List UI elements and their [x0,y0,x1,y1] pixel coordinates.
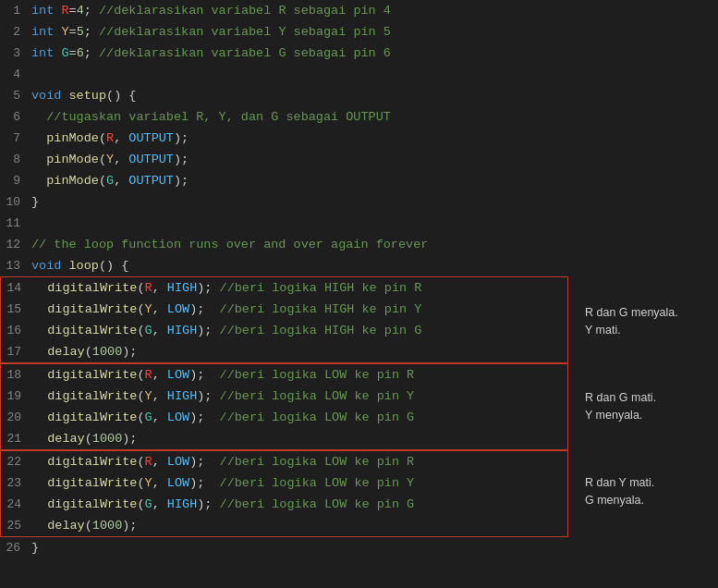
code-line: 1int R=4; //deklarasikan variabel R seba… [0,0,570,21]
line-number: 6 [0,106,28,128]
line-code: pinMode(R, OUTPUT); [28,128,570,149]
code-line: 25 delay(1000); [1,515,567,536]
line-number: 2 [0,21,28,43]
code-line: 11 [0,213,570,234]
line-code: digitalWrite(Y, HIGH); //beri logika LOW… [29,386,567,407]
line-code: void loop() { [28,255,570,276]
code-line: 17 delay(1000); [1,341,567,362]
line-number: 5 [0,85,28,106]
code-line: 22 digitalWrite(R, LOW); //beri logika L… [1,451,567,472]
line-code: digitalWrite(G, LOW); //beri logika LOW … [29,407,567,428]
line-code: pinMode(G, OUTPUT); [28,170,570,191]
code-editor: 1int R=4; //deklarasikan variabel R seba… [0,0,570,588]
line-number: 15 [1,299,29,320]
code-line: 15 digitalWrite(Y, LOW); //beri logika H… [1,299,567,320]
code-line: 5void setup() { [0,85,570,106]
line-code: digitalWrite(R, LOW); //beri logika LOW … [29,364,567,386]
line-number: 11 [0,213,28,234]
line-number: 19 [1,386,29,407]
line-code: } [28,537,570,558]
annotation-text: R dan Y mati. G menyala. [578,471,662,513]
code-line: 2int Y=5; //deklarasikan variabel Y seba… [0,21,570,43]
code-line: 13void loop() { [0,255,570,276]
line-number: 17 [1,341,29,362]
line-number: 24 [1,494,29,515]
line-number: 8 [0,149,28,170]
line-number: 1 [0,0,28,21]
code-line: 18 digitalWrite(R, LOW); //beri logika L… [1,364,567,386]
code-line: 14 digitalWrite(R, HIGH); //beri logika … [1,277,567,299]
code-line: 24 digitalWrite(G, HIGH); //beri logika … [1,494,567,515]
line-number: 9 [0,170,28,191]
line-code: digitalWrite(G, HIGH); //beri logika HIG… [29,320,567,341]
code-line: 7 pinMode(R, OUTPUT); [0,128,570,149]
line-number: 20 [1,407,29,428]
code-line: 4 [0,64,570,85]
line-number: 13 [0,255,28,276]
line-number: 4 [0,64,28,85]
code-line: 21 delay(1000); [1,428,567,449]
code-line: 20 digitalWrite(G, LOW); //beri logika L… [1,407,567,428]
line-number: 7 [0,128,28,149]
line-code: digitalWrite(Y, LOW); //beri logika HIGH… [29,299,567,320]
line-code: delay(1000); [29,515,567,536]
code-line: 16 digitalWrite(G, HIGH); //beri logika … [1,320,567,341]
code-line: 3int G=6; //deklarasikan variabel G seba… [0,43,570,64]
line-code: digitalWrite(R, LOW); //beri logika LOW … [29,451,567,472]
code-line: 19 digitalWrite(Y, HIGH); //beri logika … [1,386,567,407]
line-code: void setup() { [28,85,570,106]
line-code: delay(1000); [29,341,567,362]
annotation-text: R dan G menyala. Y mati. [578,300,686,343]
code-line: 6 //tugaskan variabel R, Y, dan G sebaga… [0,106,570,128]
line-code: int G=6; //deklarasikan variabel G sebag… [28,43,570,64]
line-number: 12 [0,234,28,255]
line-code: //tugaskan variabel R, Y, dan G sebagai … [28,106,570,128]
line-code: digitalWrite(G, HIGH); //beri logika LOW… [29,494,567,515]
line-number: 25 [1,515,29,536]
line-number: 21 [1,428,29,449]
code-line: 12// the loop function runs over and ove… [0,234,570,255]
code-line: 23 digitalWrite(Y, LOW); //beri logika L… [1,472,567,494]
line-number: 3 [0,43,28,64]
line-code: delay(1000); [29,428,567,449]
line-number: 18 [1,364,29,386]
code-line: 26} [0,537,570,558]
line-code: digitalWrite(R, HIGH); //beri logika HIG… [29,277,567,299]
line-number: 14 [1,277,29,299]
code-line: 8 pinMode(Y, OUTPUT); [0,149,570,170]
line-number: 26 [0,537,28,558]
line-code: // the loop function runs over and over … [28,234,570,255]
annotations-panel: R dan G menyala. Y mati.R dan G mati. Y … [570,0,718,588]
code-line: 9 pinMode(G, OUTPUT); [0,170,570,191]
line-code: int Y=5; //deklarasikan variabel Y sebag… [28,21,570,43]
line-number: 22 [1,451,29,472]
line-number: 16 [1,320,29,341]
line-number: 23 [1,472,29,494]
annotation-text: R dan G mati. Y menyala. [578,386,663,428]
line-code: int R=4; //deklarasikan variabel R sebag… [28,0,570,21]
line-number: 10 [0,191,28,213]
line-code: pinMode(Y, OUTPUT); [28,149,570,170]
line-code: } [28,191,570,213]
code-line: 10} [0,191,570,213]
line-code: digitalWrite(Y, LOW); //beri logika LOW … [29,472,567,494]
